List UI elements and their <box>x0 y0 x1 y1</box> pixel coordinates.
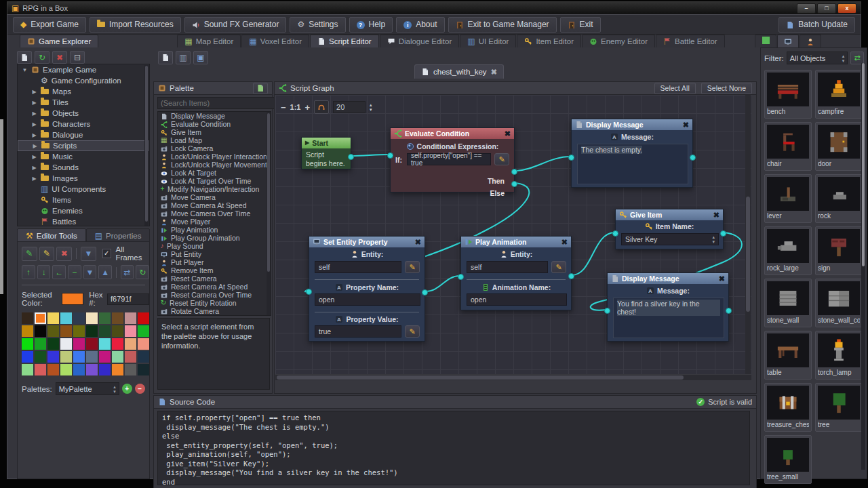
asset-card-rock[interactable]: rock <box>815 174 863 223</box>
batch-update-button[interactable]: Batch Update <box>778 17 855 33</box>
hex-input[interactable] <box>107 293 149 305</box>
color-swatch[interactable] <box>35 364 46 375</box>
color-swatch[interactable] <box>60 312 72 324</box>
palette-item-reset-camera[interactable]: Reset Camera <box>158 274 271 283</box>
color-swatch[interactable] <box>73 325 85 337</box>
new-file-button[interactable] <box>158 51 173 64</box>
color-swatch[interactable] <box>99 351 111 363</box>
color-swatch[interactable] <box>138 364 149 375</box>
palette-item-move-camera[interactable]: Move Camera <box>158 193 271 201</box>
expander-icon[interactable]: ▶ <box>31 132 37 138</box>
color-swatch[interactable] <box>112 351 123 363</box>
graph-vertical-scrollbar[interactable] <box>745 95 751 374</box>
asset-card-lever[interactable]: lever <box>764 174 812 223</box>
then-port[interactable] <box>511 169 517 175</box>
color-swatch[interactable] <box>73 338 85 350</box>
tree-item-characters[interactable]: ▶Characters <box>18 119 149 129</box>
color-swatch[interactable] <box>47 312 59 324</box>
node-evaluate-condition[interactable]: Evaluate Condition✖ Conditional Expressi… <box>390 127 515 192</box>
palette-item-load-map[interactable]: ▦Load Map <box>158 136 271 144</box>
menu-import-resources[interactable]: Import Resources <box>90 17 181 33</box>
color-swatch[interactable] <box>22 364 33 375</box>
node-play-animation[interactable]: Play Animation✖ Entity: self ✎ Animation… <box>460 236 572 310</box>
tree-item-dialogue[interactable]: ▶Dialogue <box>18 129 149 140</box>
input-port[interactable] <box>458 274 464 280</box>
close-node-icon[interactable]: ✖ <box>719 274 725 283</box>
tree-item-images[interactable]: ▶Images <box>18 173 149 184</box>
color-swatch[interactable] <box>112 364 123 375</box>
refresh-button[interactable]: ↻ <box>35 51 50 64</box>
color-swatch[interactable] <box>138 312 149 324</box>
tab-ui-editor[interactable]: ▥UI Editor <box>460 35 516 47</box>
menu-settings[interactable]: ⚙Settings <box>290 17 345 33</box>
edit-entity-button[interactable]: ✎ <box>405 261 420 273</box>
output-port[interactable] <box>568 273 574 279</box>
rotate-tool[interactable]: ↻ <box>136 265 149 279</box>
color-swatch[interactable] <box>35 338 46 350</box>
tab-script-editor[interactable]: Script Editor <box>310 35 379 47</box>
color-swatch[interactable] <box>138 338 149 350</box>
expander-icon[interactable]: ▶ <box>31 176 37 182</box>
save-all-button[interactable]: ▣ <box>193 51 208 64</box>
output-port[interactable] <box>422 289 428 296</box>
arrow-left-tool[interactable]: ← <box>52 265 66 279</box>
color-swatch[interactable] <box>73 351 85 363</box>
color-swatch[interactable] <box>112 338 123 350</box>
palette-item-remove-item[interactable]: Remove Item <box>158 266 271 274</box>
palette-item-reset-camera-at-speed[interactable]: Reset Camera At Speed <box>158 283 271 291</box>
output-port[interactable] <box>690 155 696 161</box>
color-swatch[interactable] <box>22 312 33 324</box>
palette-item-put-player[interactable]: Put Player <box>158 258 271 266</box>
maximize-button[interactable]: □ <box>817 3 836 14</box>
palette-item-rotate-camera[interactable]: Rotate Camera <box>158 307 271 315</box>
tab-game-explorer[interactable]: Game Explorer <box>20 35 98 47</box>
close-node-icon[interactable]: ✖ <box>683 121 689 129</box>
palette-item-put-entity[interactable]: Put Entity <box>158 250 271 258</box>
color-swatch[interactable] <box>86 338 98 350</box>
arrow-up-tool[interactable]: ↑ <box>22 265 35 279</box>
close-node-icon[interactable]: ✖ <box>561 238 568 247</box>
color-swatch[interactable] <box>138 351 149 363</box>
input-port[interactable] <box>306 289 312 295</box>
menu-export-game[interactable]: ◆Export Game <box>13 17 86 33</box>
animation-name-field[interactable]: open <box>467 293 567 306</box>
tab-map-editor[interactable]: ▦Map Editor <box>177 35 241 47</box>
expander-icon[interactable]: ▶ <box>31 165 37 171</box>
view-tab-game-view[interactable] <box>755 35 776 47</box>
output-port[interactable] <box>726 308 732 314</box>
input-port[interactable] <box>387 152 393 159</box>
tree-item-battles[interactable]: Battles <box>18 216 149 226</box>
asset-card-torch_lamp[interactable]: torch_lamp <box>815 331 863 380</box>
graph-canvas[interactable]: − 1:1 + 20 ▴▾ <box>275 95 751 374</box>
color-swatch[interactable] <box>125 351 136 363</box>
asset-card-table[interactable]: table <box>764 331 812 380</box>
color-swatch[interactable] <box>99 312 111 324</box>
assets-scrollbar[interactable] <box>861 63 865 470</box>
select-none-button[interactable]: Select None <box>701 83 752 94</box>
close-tab-icon[interactable]: ✖ <box>491 68 497 77</box>
asset-card-chair[interactable]: chair <box>764 122 812 171</box>
snap-grid-button[interactable] <box>314 100 329 114</box>
output-port[interactable] <box>720 230 726 237</box>
edit-value-button[interactable]: ✎ <box>405 325 420 338</box>
expander-icon[interactable]: ▼ <box>22 67 28 73</box>
palette-pin-button[interactable] <box>253 83 268 94</box>
zoom-in-button[interactable]: + <box>305 102 311 113</box>
palette-item-lock-unlock-player-movement[interactable]: Lock/Unlock Player Movement <box>158 161 271 169</box>
erase-tool[interactable]: ✖ <box>56 247 72 261</box>
close-node-icon[interactable]: ✖ <box>415 238 421 247</box>
palette-item-move-player[interactable]: Move Player <box>158 218 271 226</box>
color-swatch[interactable] <box>47 338 59 350</box>
palette-item-display-message[interactable]: Display Message <box>158 112 271 120</box>
palette-item-play-sound[interactable]: ♪Play Sound <box>158 242 271 250</box>
message-textarea[interactable]: You find a silver key in the chest! <box>613 298 724 338</box>
palette-item-evaluate-condition[interactable]: Evaluate Condition <box>158 120 271 128</box>
palette-item-give-item[interactable]: Give Item <box>158 128 271 136</box>
color-swatch[interactable] <box>60 351 72 363</box>
tree-item-music[interactable]: ▶Music <box>18 151 149 162</box>
view-tab-screen-view[interactable] <box>777 35 799 47</box>
tree-item-tiles[interactable]: ▶Tiles <box>18 97 149 108</box>
node-start[interactable]: ▶ Start Script begins here. <box>301 137 351 169</box>
node-display-message-2[interactable]: Display Message✖ AMessage: You find a si… <box>607 272 729 342</box>
tree-item-enemies[interactable]: Enemies <box>18 205 149 216</box>
